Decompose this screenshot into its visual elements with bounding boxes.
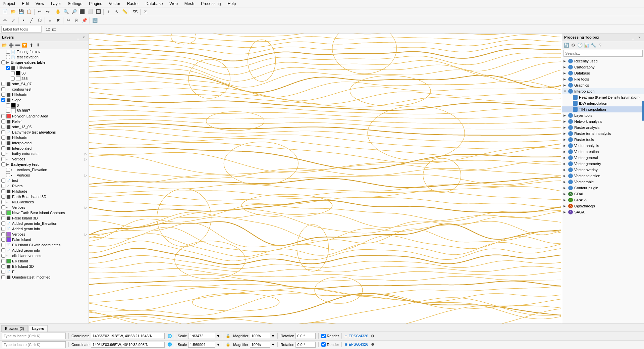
layer-item[interactable]: ⬛Hillshade — [0, 189, 89, 194]
layer-item[interactable]: ⟋contour test — [0, 87, 89, 92]
layer-item[interactable]: Elk Island — [0, 258, 89, 264]
layer-checkbox[interactable] — [1, 200, 5, 204]
toolbox-item[interactable]: ▶Raster terrain analysis — [562, 131, 644, 137]
toolbox-item[interactable]: ▶Vector general — [562, 155, 644, 161]
toolbox-refresh-btn[interactable]: 🔄 — [564, 42, 570, 48]
zoom-full-btn[interactable]: ⬛ — [78, 8, 86, 15]
delete-selected-btn[interactable]: ✖ — [54, 17, 62, 24]
toolbox-item[interactable]: ▶Contour plugin — [562, 185, 644, 191]
layer-checkbox[interactable] — [1, 130, 5, 134]
new-project-btn[interactable]: 📄 — [1, 8, 9, 15]
copy-features-btn[interactable]: ⎘ — [73, 17, 80, 24]
field-calc-btn[interactable]: 🔢 — [91, 17, 99, 24]
epsg-badge-1[interactable]: ⊕ EPSG:4326 — [344, 334, 368, 338]
settings-icon-1[interactable]: ⚙ — [371, 334, 374, 338]
layer-item[interactable]: 📄test elevation! — [0, 54, 89, 60]
save-as-btn[interactable]: 📋 — [25, 8, 33, 15]
rotation-value-2[interactable] — [296, 342, 316, 348]
layer-item[interactable]: ⬛Omniterratest_modified — [0, 275, 89, 280]
scale-value-1[interactable] — [188, 333, 215, 339]
layer-item[interactable]: •Vertices▷ — [0, 172, 89, 178]
layer-checkbox[interactable] — [1, 119, 5, 123]
layer-item[interactable]: 📄Added geom info — [0, 248, 89, 253]
remove-layer-btn[interactable]: ➖ — [15, 42, 21, 48]
menu-raster[interactable]: Raster — [126, 1, 140, 7]
layer-item[interactable]: ⬛srtm_54_07 — [0, 81, 89, 87]
add-polygon-btn[interactable]: ⬡ — [36, 17, 43, 24]
toolbox-item[interactable]: ▶Vector overlay — [562, 167, 644, 173]
layer-checkbox[interactable] — [1, 93, 5, 97]
magnifier-value-1[interactable] — [250, 333, 270, 339]
layer-checkbox[interactable] — [6, 103, 10, 107]
layer-checkbox[interactable] — [1, 114, 5, 118]
menu-edit[interactable]: Edit — [20, 1, 30, 7]
locate-input-2[interactable] — [2, 341, 66, 348]
layer-item[interactable]: 📄Elk Island CI with coordinates — [0, 242, 89, 248]
layer-checkbox[interactable] — [1, 275, 5, 279]
toolbox-item[interactable]: ▶Network analysis — [562, 118, 644, 124]
menu-plugins[interactable]: Plugins — [88, 1, 103, 7]
move-up-btn[interactable]: ⬆ — [28, 42, 34, 48]
layer-checkbox[interactable] — [11, 77, 15, 81]
layer-checkbox[interactable] — [11, 71, 15, 75]
render-checkbox-2[interactable]: Render — [321, 342, 339, 347]
scale-value-2[interactable] — [188, 342, 215, 348]
layers-minimize-btn[interactable]: _ — [75, 35, 80, 40]
toolbox-item[interactable]: ▶Vector table — [562, 179, 644, 185]
layer-checkbox[interactable] — [1, 270, 5, 274]
move-down-btn[interactable]: ⬇ — [35, 42, 41, 48]
layer-checkbox[interactable] — [1, 238, 5, 242]
locate-input-1[interactable] — [2, 333, 66, 339]
toolbox-minimize-btn[interactable]: _ — [631, 35, 636, 40]
toolbox-help-btn[interactable]: ? — [597, 42, 603, 48]
layer-checkbox[interactable] — [1, 221, 5, 226]
layer-item[interactable]: ▶Bathymetry test — [0, 162, 89, 167]
toolbox-item[interactable]: ▶File tools — [562, 76, 644, 82]
expand-right-icon[interactable]: ▷ — [85, 233, 87, 236]
layer-item[interactable]: 📄test — [0, 178, 89, 183]
layer-item[interactable]: 0 — [0, 103, 89, 108]
zoom-selection-btn[interactable]: 🔲 — [95, 8, 102, 15]
coordinate-value-2[interactable] — [91, 342, 165, 348]
toolbox-item[interactable]: ▶Database — [562, 70, 644, 76]
layer-item[interactable]: 📄Testing for csv — [0, 49, 89, 54]
identify-btn[interactable]: ℹ — [105, 8, 112, 15]
expand-icon[interactable]: ▶ — [6, 61, 10, 64]
add-point-btn[interactable]: • — [20, 17, 27, 24]
tab-layers[interactable]: Layers — [29, 325, 48, 332]
layers-content[interactable]: 📄Testing for csv📄test elevation!▶Unique … — [0, 49, 89, 323]
layer-item[interactable]: ⟋Rivers — [0, 183, 89, 189]
statistical-summary-btn[interactable]: Σ — [142, 8, 149, 15]
layer-item[interactable]: ⬛Interpolated — [0, 140, 89, 146]
layer-checkbox[interactable] — [1, 259, 5, 263]
menu-settings[interactable]: Settings — [66, 1, 84, 7]
layer-checkbox[interactable] — [1, 162, 5, 166]
layer-item[interactable]: ⬛srtm_13_05 — [0, 124, 89, 130]
layer-item[interactable]: 89.9997 — [0, 108, 89, 113]
layer-checkbox[interactable] — [1, 254, 5, 258]
toolbox-item[interactable]: ▶Cartography — [562, 64, 644, 70]
layer-checkbox[interactable] — [1, 205, 5, 209]
layer-item[interactable]: ⬛Hillshade — [0, 135, 89, 140]
menu-layer[interactable]: Layer — [50, 1, 62, 7]
expand-right-icon[interactable]: ▷ — [85, 152, 87, 156]
layer-item[interactable]: ⬛Hillshade — [0, 65, 89, 70]
cut-features-btn[interactable]: ✂ — [65, 17, 72, 24]
layer-item[interactable]: ⬛False Island 3D — [0, 215, 89, 221]
menu-mesh[interactable]: Mesh — [183, 1, 196, 7]
layer-item[interactable]: •bathy extra data▷ — [0, 151, 89, 156]
layer-checkbox[interactable] — [1, 141, 5, 145]
magnifier-value-2[interactable] — [250, 342, 270, 348]
layer-checkbox[interactable] — [1, 184, 5, 188]
layer-checkbox[interactable] — [1, 157, 5, 161]
layer-item[interactable]: 📄Added geom info_Elevation — [0, 221, 89, 226]
paste-features-btn[interactable]: 📌 — [81, 17, 88, 24]
toolbox-item[interactable]: ▶GGDAL — [562, 191, 644, 197]
layer-checkbox[interactable] — [6, 66, 10, 70]
layer-item[interactable]: 📄E — [0, 269, 89, 275]
add-line-btn[interactable]: ╱ — [28, 17, 35, 24]
layer-item[interactable]: New Earth Bear Island Contours — [0, 210, 89, 215]
layer-checkbox[interactable] — [1, 98, 5, 102]
toolbox-item[interactable]: ▶Raster analysis — [562, 124, 644, 131]
menu-processing[interactable]: Processing — [200, 1, 222, 7]
